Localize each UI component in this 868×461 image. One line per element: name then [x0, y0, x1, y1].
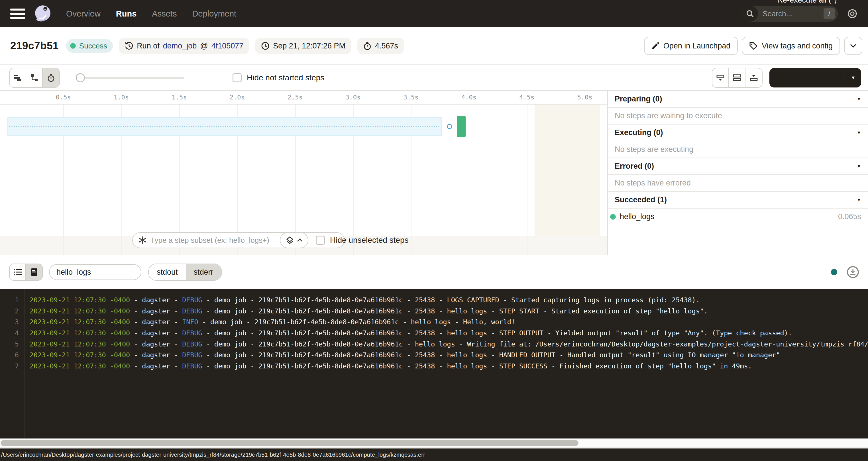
section-collapse-caret-icon[interactable]: ▼: [857, 130, 861, 135]
clock-icon: [261, 41, 270, 50]
nav-item-runs[interactable]: Runs: [116, 9, 137, 19]
pencil-icon: [651, 42, 659, 50]
step-bar-hello-logs[interactable]: [457, 116, 466, 137]
structured-log-view-button[interactable]: [10, 264, 26, 280]
gantt-zoom-slider: [76, 73, 184, 82]
raw-log-output: 12023-09-21 12:07:30 -0400 - dagster - D…: [0, 289, 868, 438]
run-id-title: 219c7b51: [10, 40, 59, 52]
axis-tick-2.5s: 2.5s: [283, 94, 308, 101]
log-line-6: 62023-09-21 12:07:30 -0400 - dagster - D…: [0, 349, 868, 361]
hamburger-menu-icon[interactable]: [10, 8, 25, 19]
log-line-7: 72023-09-21 12:07:30 -0400 - dagster - D…: [0, 361, 868, 372]
snapshot-id-link[interactable]: 4f105077: [212, 41, 244, 51]
gridline-4.0s: [469, 104, 469, 255]
split-panels-button[interactable]: [729, 68, 745, 87]
log-line-2: 22023-09-21 12:07:30 -0400 - dagster - D…: [0, 306, 868, 317]
log-line-4: 42023-09-21 12:07:30 -0400 - dagster - D…: [0, 328, 868, 339]
dagster-run-page: OverviewRunsAssetsDeployment Search... /…: [0, 0, 868, 461]
job-name-link[interactable]: demo_job: [163, 41, 197, 51]
log-line-1: 12023-09-21 12:07:30 -0400 - dagster - D…: [0, 295, 868, 306]
log-toolbar: hello_logs stdout stderr: [0, 255, 868, 289]
gantt-view-mode-control: [9, 68, 60, 88]
log-line-content: 2023-09-21 12:07:30 -0400 - dagster - DE…: [30, 362, 752, 370]
axis-border: [0, 104, 607, 104]
axis-tick-1.0s: 1.0s: [109, 94, 134, 101]
main-nav: OverviewRunsAssetsDeployment: [66, 9, 236, 19]
download-log-icon[interactable]: [847, 266, 859, 278]
waiting-dotted-line: [9, 126, 440, 127]
scrollbar-thumb[interactable]: [1, 440, 579, 446]
reexecute-all-button[interactable]: Re-execute all (*) ▼: [769, 68, 861, 88]
run-of-tag: Run of demo_job @ 4f105077: [119, 38, 249, 54]
step-row-hello_logs[interactable]: hello_logs0.065s: [608, 209, 868, 225]
log-line-content: 2023-09-21 12:07:30 -0400 - dagster - DE…: [30, 307, 708, 315]
axis-tick-3.5s: 3.5s: [398, 94, 424, 101]
slider-track[interactable]: [76, 76, 184, 79]
settings-gear-icon[interactable]: [847, 8, 858, 19]
status-label: Success: [79, 41, 107, 51]
nav-item-assets[interactable]: Assets: [152, 9, 177, 19]
duration-tag: 4.567s: [358, 38, 404, 54]
section-header-preparing[interactable]: Preparing (0)▼: [608, 91, 868, 108]
run-header: 219c7b51 Success Run of demo_job @ 4f105…: [0, 27, 868, 65]
log-line-content: 2023-09-21 12:07:30 -0400 - dagster - IN…: [30, 318, 515, 326]
section-header-errored[interactable]: Errored (0)▼: [608, 158, 868, 175]
section-collapse-caret-icon[interactable]: ▼: [857, 197, 861, 203]
gantt-flat-view-button[interactable]: [10, 68, 26, 87]
nav-item-overview[interactable]: Overview: [66, 9, 101, 19]
hide-not-started-checkbox[interactable]: [232, 73, 242, 82]
hide-unselected-row: Hide unselected steps: [316, 236, 409, 245]
expand-bottom-panel-button[interactable]: [712, 68, 729, 87]
dagster-logo-icon[interactable]: [33, 4, 53, 23]
section-collapse-caret-icon[interactable]: ▼: [857, 164, 861, 169]
raw-log-view-button[interactable]: [26, 264, 42, 280]
tab-stdout[interactable]: stdout: [149, 264, 186, 280]
hide-unselected-label: Hide unselected steps: [330, 236, 409, 245]
nav-item-deployment[interactable]: Deployment: [192, 9, 236, 19]
log-line-content: 2023-09-21 12:07:30 -0400 - dagster - DE…: [30, 296, 700, 304]
section-header-succeeded[interactable]: Succeeded (1)▼: [608, 192, 868, 209]
log-view-mode-control: [9, 264, 43, 281]
duration-label: 4.567s: [375, 41, 398, 51]
gantt-timing-view-button[interactable]: [43, 68, 59, 87]
log-line-number: 3: [0, 318, 19, 326]
search-icon: [742, 6, 758, 22]
hide-not-started-label: Hide not started steps: [247, 73, 324, 82]
step-status-panel: Preparing (0)▼No steps are waiting to ex…: [608, 91, 868, 255]
section-title: Preparing (0): [615, 95, 662, 103]
axis-tick-0.5s: 0.5s: [51, 94, 76, 101]
at-sign: @: [200, 41, 208, 51]
gantt-waterfall-view-button[interactable]: [26, 68, 43, 87]
section-collapse-caret-icon[interactable]: ▼: [857, 97, 861, 102]
section-empty-message: No steps are waiting to execute: [608, 108, 868, 124]
section-header-executing[interactable]: Executing (0)▼: [608, 124, 868, 141]
log-filter-input[interactable]: hello_logs: [49, 264, 141, 280]
expand-top-panel-button[interactable]: [745, 68, 762, 87]
step-subset-input[interactable]: Type a step subset (ex: hello_logs+): [132, 232, 345, 248]
log-filter-value: hello_logs: [56, 268, 91, 277]
open-in-launchpad-button[interactable]: Open in Launchpad: [644, 37, 738, 55]
log-line-number: 7: [0, 362, 19, 370]
axis-tick-4.5s: 4.5s: [514, 94, 539, 101]
tab-stderr[interactable]: stderr: [186, 264, 221, 280]
reexecute-dropdown-caret-icon[interactable]: ▼: [845, 75, 861, 80]
open-in-launchpad-label: Open in Launchpad: [663, 41, 731, 51]
timestamp-label: Sep 21, 12:07:26 PM: [273, 41, 345, 51]
slider-knob[interactable]: [76, 73, 85, 82]
timestamp-tag: Sep 21, 12:07:26 PM: [255, 38, 351, 54]
log-file-path: /Users/erincochran/Desktop/dagster-examp…: [1, 452, 425, 458]
run-actions-dropdown-button[interactable]: [844, 37, 862, 55]
status-badge: Success: [66, 39, 113, 53]
gantt-chart: 0.5s1.0s1.5s2.0s2.5s3.0s3.5s4.0s4.5s5.0s…: [0, 91, 608, 255]
panel-split-control: [712, 68, 763, 88]
axis-tick-3.0s: 3.0s: [341, 94, 366, 101]
log-line-5: 52023-09-21 12:07:30 -0400 - dagster - D…: [0, 338, 868, 349]
step-marker-circle: [447, 124, 452, 129]
section-title: Succeeded (1): [615, 195, 667, 204]
log-path-footer: /Users/erincochran/Desktop/dagster-examp…: [0, 449, 868, 461]
log-lines: 12023-09-21 12:07:30 -0400 - dagster - D…: [0, 295, 868, 372]
graph-query-toggle-button[interactable]: [280, 232, 308, 248]
gridline-4.5s: [527, 104, 527, 255]
hide-unselected-checkbox[interactable]: [316, 236, 325, 245]
top-nav: OverviewRunsAssetsDeployment Search... /: [0, 0, 868, 27]
